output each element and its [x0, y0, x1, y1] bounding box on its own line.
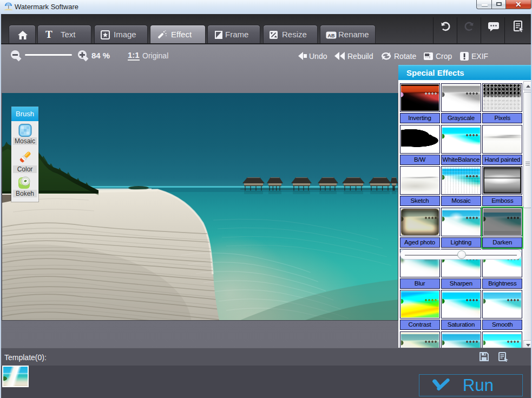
svg-text:AB: AB: [328, 33, 335, 38]
